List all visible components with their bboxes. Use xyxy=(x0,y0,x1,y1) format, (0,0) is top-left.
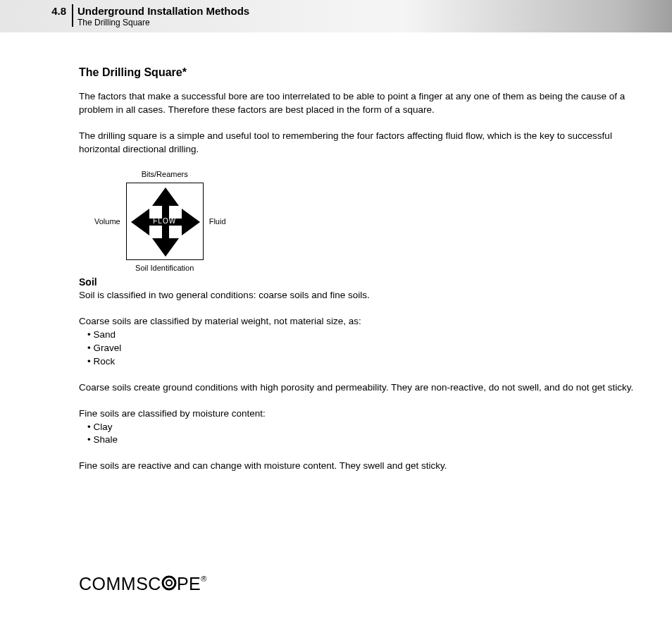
diagram-label-left: Volume xyxy=(94,216,120,227)
paragraph: The factors that make a successful bore … xyxy=(79,90,644,117)
paragraph: Soil is classified in two general condit… xyxy=(79,289,644,302)
paragraph: Fine soils are reactive and can change w… xyxy=(79,460,644,473)
list-item: Rock xyxy=(87,355,644,369)
section-label: The Drilling Square xyxy=(77,18,249,27)
chapter-title: Underground Installation Methods xyxy=(77,5,249,17)
list-item: Gravel xyxy=(87,342,644,355)
paragraph: The drilling square is a simple and usef… xyxy=(79,130,644,156)
diagram-box: FLOW xyxy=(126,183,204,260)
paragraph: Coarse soils are classified by material … xyxy=(79,315,644,328)
page-number: 4.8 xyxy=(0,4,70,17)
drilling-square-diagram: Volume Bits/Reamers FLOW Soil Identifica… xyxy=(94,169,644,274)
header-divider xyxy=(72,4,73,27)
diagram-label-top: Bits/Reamers xyxy=(142,169,188,180)
paragraph: Coarse soils create ground conditions wi… xyxy=(79,381,644,395)
list-item: Clay xyxy=(87,421,644,434)
commscope-logo: COMMSCPE® xyxy=(79,574,207,595)
registered-mark: ® xyxy=(201,574,207,583)
diagram-center-label: FLOW xyxy=(153,216,176,226)
svg-point-2 xyxy=(166,580,172,586)
diagram-label-bottom: Soil Identification xyxy=(135,263,194,274)
logo-ring-icon xyxy=(161,574,177,595)
coarse-soils-list: Sand Gravel Rock xyxy=(87,328,644,369)
list-item: Sand xyxy=(87,328,644,342)
section-heading: The Drilling Square* xyxy=(79,65,644,80)
list-item: Shale xyxy=(87,434,644,447)
diagram-label-right: Fluid xyxy=(209,216,226,227)
svg-point-1 xyxy=(163,577,175,589)
page-content: The Drilling Square* The factors that ma… xyxy=(0,32,672,473)
fine-soils-list: Clay Shale xyxy=(87,421,644,448)
paragraph: Fine soils are classified by moisture co… xyxy=(79,407,644,421)
subheading-soil: Soil xyxy=(79,276,644,290)
page-header: 4.8 Underground Installation Methods The… xyxy=(0,0,672,32)
